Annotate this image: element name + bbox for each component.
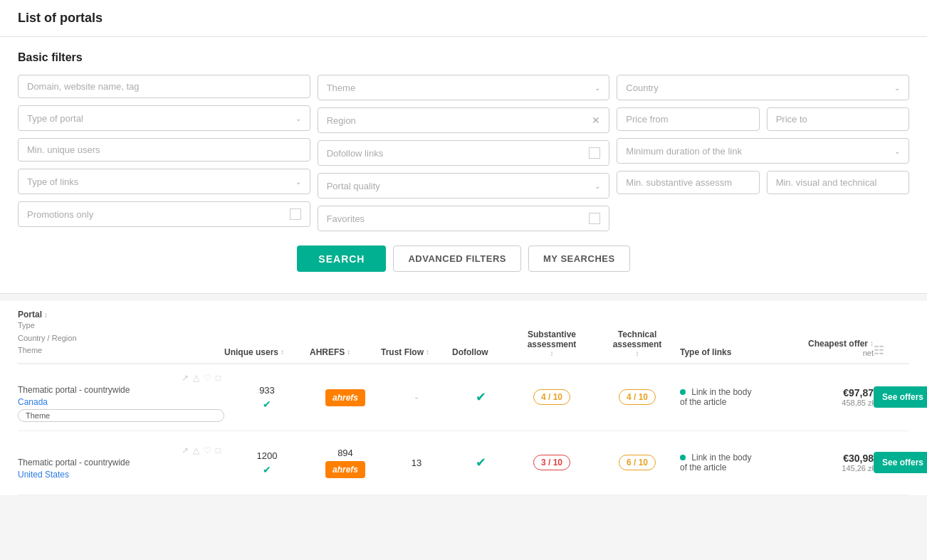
th-technical: Technical assessment ↕ — [595, 329, 680, 357]
compare-icon[interactable]: □ — [216, 445, 221, 455]
substantive-score-2: 3 / 10 — [533, 455, 570, 470]
verified-icon-2: ✔ — [263, 464, 271, 475]
favorites-checkbox[interactable] — [589, 213, 600, 224]
sort-icon[interactable]: ↕ — [347, 348, 350, 356]
th-portal: Portal ↕ Type Country / Region Theme — [18, 310, 224, 357]
chevron-down-icon: ⌄ — [295, 115, 301, 122]
ahrefs-badge-2: ahrefs — [325, 461, 365, 478]
sort-icon[interactable]: ↕ — [281, 348, 284, 356]
chevron-down-icon: ⌄ — [595, 182, 600, 190]
link-type-2: Link in the body of the article — [680, 453, 760, 472]
triangle-icon[interactable]: △ — [193, 373, 199, 383]
promotions-only-checkbox[interactable] — [290, 208, 301, 220]
portal-header-label: Portal — [18, 310, 42, 319]
domain-input[interactable] — [18, 75, 310, 98]
min-unique-users-input[interactable] — [18, 138, 310, 162]
see-offers-button-2[interactable]: See offers — [874, 452, 927, 473]
portal-icons-2: ↗ △ ♡ □ — [18, 445, 224, 455]
table-header: Portal ↕ Type Country / Region Theme Uni… — [18, 301, 909, 364]
price-to-input[interactable] — [767, 107, 909, 131]
chevron-down-icon: ⌄ — [295, 178, 301, 186]
region-label: Region — [327, 115, 356, 126]
compare-icon[interactable]: □ — [216, 373, 221, 383]
portal-meta: Type Country / Region Theme — [18, 319, 224, 357]
advanced-filters-button[interactable]: ADVANCED FILTERS — [393, 245, 521, 272]
type-of-links-label: Type of links — [27, 176, 78, 187]
type-of-links-select[interactable]: Type of links ⌄ — [18, 169, 310, 194]
sort-icon[interactable]: ↕ — [550, 349, 554, 357]
dofollow-row: Dofollow links — [318, 140, 610, 166]
trust-flow-1: - — [381, 392, 452, 403]
dofollow-checkbox[interactable] — [589, 147, 600, 159]
chevron-down-icon: ⌄ — [894, 84, 900, 92]
sort-icon[interactable]: ↕ — [636, 349, 639, 357]
portal-info-1: ↗ △ ♡ □ Thematic portal - countrywide Ca… — [18, 373, 224, 422]
unique-users-2: 1200 ✔ — [224, 450, 310, 475]
heart-icon[interactable]: ♡ — [204, 373, 211, 383]
see-offers-button-1[interactable]: See offers — [874, 386, 927, 408]
chevron-down-icon: ⌄ — [894, 147, 900, 155]
grid-view-icon[interactable]: ☷ — [874, 344, 884, 357]
my-searches-button[interactable]: MY SEARCHES — [528, 245, 630, 272]
external-link-icon[interactable]: ↗ — [182, 373, 189, 383]
external-link-icon[interactable]: ↗ — [182, 445, 189, 455]
price-pln-2: 145,26 zł — [760, 464, 874, 472]
filters-section: Basic filters Type of portal ⌄ Type of l… — [0, 37, 927, 294]
theme-select[interactable]: Theme ⌄ — [318, 75, 610, 100]
th-ahrefs: AHREFS ↕ — [310, 347, 381, 357]
filter-col-1: Type of portal ⌄ Type of links ⌄ Promoti… — [18, 75, 310, 231]
min-visual-input[interactable] — [767, 171, 909, 194]
technical-1: 4 / 10 — [595, 389, 680, 405]
ahrefs-val-2: 894 — [337, 448, 353, 458]
country-label: Country — [626, 83, 659, 93]
portal-theme-tag-1[interactable]: Theme — [18, 409, 224, 422]
portal-type-2: Thematic portal - countrywide — [18, 458, 224, 467]
dofollow-1: ✔ — [452, 389, 509, 405]
type-of-portal-label: Type of portal — [27, 113, 83, 124]
dot-icon-2 — [680, 455, 686, 460]
portal-meta-country: Country / Region — [18, 332, 224, 345]
table-section: Portal ↕ Type Country / Region Theme Uni… — [0, 301, 927, 495]
sort-icon[interactable]: ↕ — [426, 348, 429, 356]
favorites-label: Favorites — [327, 213, 365, 224]
th-trust-flow: Trust Flow ↕ — [381, 347, 452, 357]
search-button[interactable]: SEARCH — [297, 245, 386, 272]
technical-score-1: 4 / 10 — [619, 389, 656, 405]
th-cheapest-offer: Cheapest offer ↕ net — [760, 339, 874, 357]
technical-2: 6 / 10 — [595, 455, 680, 470]
favorites-row: Favorites — [318, 206, 610, 231]
substantive-score-1: 4 / 10 — [533, 389, 570, 405]
dot-icon-1 — [680, 389, 686, 395]
heart-icon[interactable]: ♡ — [204, 445, 211, 455]
price-from-input[interactable] — [617, 107, 759, 131]
sort-icon[interactable]: ↕ — [44, 311, 48, 319]
verified-icon-1: ✔ — [263, 398, 271, 410]
technical-score-2: 6 / 10 — [619, 455, 656, 470]
close-icon[interactable]: ✕ — [592, 115, 600, 126]
portal-meta-type: Type — [18, 319, 224, 332]
min-duration-select[interactable]: Minimum duration of the link ⌄ — [617, 138, 909, 164]
trust-flow-2: 13 — [381, 458, 452, 468]
price-eur-2: €30,98 — [760, 453, 874, 464]
region-select[interactable]: Region ✕ — [318, 107, 610, 133]
dofollow-check-icon-2: ✔ — [476, 455, 486, 470]
substantive-1: 4 / 10 — [509, 389, 595, 405]
portal-quality-label: Portal quality — [327, 181, 380, 191]
see-offers-col-1: See offers — [874, 386, 909, 408]
link-type-1: Link in the body of the article — [680, 387, 760, 407]
ahrefs-badge-1: ahrefs — [325, 389, 365, 406]
portal-country-2[interactable]: United States — [18, 470, 224, 480]
portal-country-1[interactable]: Canada — [18, 397, 224, 407]
country-select[interactable]: Country ⌄ — [617, 75, 909, 100]
table-row: ↗ △ ♡ □ Thematic portal - countrywide Un… — [18, 431, 909, 495]
portal-quality-select[interactable]: Portal quality ⌄ — [318, 173, 610, 199]
page-header: List of portals — [0, 0, 927, 37]
price-2: €30,98 145,26 zł — [760, 453, 874, 472]
triangle-icon[interactable]: △ — [193, 445, 199, 455]
theme-label: Theme — [327, 83, 355, 93]
th-unique-users: Unique users ↕ — [224, 347, 310, 357]
actions-row: SEARCH ADVANCED FILTERS MY SEARCHES — [18, 245, 909, 272]
min-substantive-input[interactable] — [617, 171, 759, 194]
price-pln-1: 458,85 zł — [760, 398, 874, 407]
type-of-portal-select[interactable]: Type of portal ⌄ — [18, 105, 310, 131]
